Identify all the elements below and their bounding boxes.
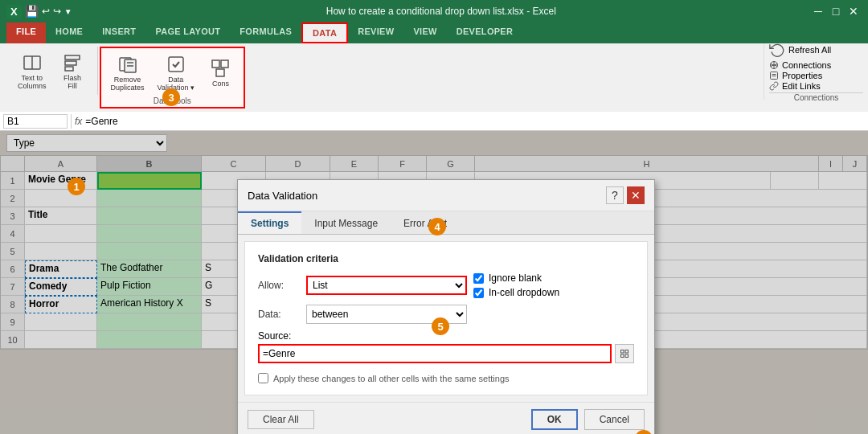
- excel-icon: X: [6, 5, 22, 18]
- badge-5: 5: [432, 317, 449, 335]
- in-cell-dropdown-checkbox[interactable]: [473, 288, 484, 298]
- ribbon-content: Text toColumns FlashFill RemoveDuplicate…: [0, 43, 868, 112]
- tab-home[interactable]: HOME: [46, 23, 92, 43]
- formula-input[interactable]: [85, 116, 865, 127]
- dialog-help-btn[interactable]: ?: [606, 186, 624, 204]
- in-cell-dropdown-row: In-cell dropdown: [473, 287, 559, 298]
- connections-items: Connections Properties Edit Links: [769, 60, 863, 91]
- edit-links-label: Edit Links: [782, 81, 821, 91]
- tab-error-alert[interactable]: Error Alert: [391, 211, 460, 234]
- tab-view[interactable]: VIEW: [403, 23, 446, 43]
- ribbon-tab-bar: FILE HOME INSERT PAGE LAYOUT FORMULAS DA…: [0, 23, 868, 43]
- connections-item[interactable]: Connections: [769, 60, 863, 70]
- quick-access-undo[interactable]: ↩: [42, 6, 50, 17]
- svg-rect-9: [169, 57, 183, 72]
- footer-left: Clear All: [248, 410, 314, 429]
- svg-rect-18: [621, 350, 624, 354]
- connections-group: Refresh All Connections Properties Edit …: [764, 43, 868, 100]
- formula-divider: [71, 114, 72, 129]
- allow-select[interactable]: List: [306, 276, 467, 295]
- name-box[interactable]: [3, 114, 68, 129]
- badge-1: 1: [68, 178, 85, 195]
- remove-duplicates-btn[interactable]: RemoveDuplicates: [106, 50, 149, 95]
- svg-rect-20: [621, 354, 624, 358]
- group-data-get: Text toColumns FlashFill: [6, 47, 98, 95]
- tab-review[interactable]: REVIEW: [348, 23, 403, 43]
- dialog-tabs: Settings Input Message Error Alert: [238, 211, 654, 235]
- close-btn[interactable]: ✕: [845, 3, 862, 19]
- svg-rect-11: [221, 60, 228, 68]
- consolidate-btn[interactable]: Cons: [203, 54, 239, 91]
- edit-links-item[interactable]: Edit Links: [769, 81, 863, 91]
- formula-bar: fx: [0, 112, 868, 131]
- minimize-btn[interactable]: ─: [810, 3, 826, 19]
- dialog-controls: ? ✕: [606, 186, 645, 204]
- connections-icon: [769, 60, 779, 70]
- data-validation-dialog: Data Validation ? ✕ Settings Input Messa…: [237, 179, 655, 434]
- group-items: Text toColumns FlashFill: [13, 48, 91, 93]
- source-field: [258, 344, 634, 363]
- flash-fill-icon: [59, 51, 85, 74]
- badge-3: 3: [162, 88, 180, 106]
- grid-select-icon: [620, 349, 629, 358]
- quick-access-redo[interactable]: ↪: [53, 6, 61, 17]
- apply-label: Apply these changes to all other cells w…: [273, 374, 510, 383]
- cancel-button[interactable]: Cancel: [584, 409, 645, 430]
- checkboxes-group: Ignore blank In-cell dropdown: [473, 272, 559, 298]
- text-to-columns-icon: [19, 51, 45, 74]
- connections-label: Connections: [782, 60, 831, 70]
- allow-label: Allow:: [258, 280, 306, 291]
- data-label: Data:: [258, 309, 306, 320]
- remove-duplicates-label: RemoveDuplicates: [111, 76, 145, 92]
- clear-all-button[interactable]: Clear All: [248, 410, 314, 429]
- dialog-titlebar: Data Validation ? ✕: [238, 180, 654, 211]
- quick-access-more[interactable]: ▼: [64, 7, 72, 16]
- fx-label: fx: [75, 116, 82, 127]
- text-to-columns-btn[interactable]: Text toColumns: [13, 48, 51, 93]
- spreadsheet-area: Type A B C D E F G H I J 1 Movie Gen: [0, 131, 868, 434]
- refresh-all-label: Refresh All: [788, 45, 831, 55]
- dialog-close-btn[interactable]: ✕: [627, 186, 645, 204]
- source-select-btn[interactable]: [615, 344, 634, 363]
- excel-window: X 💾 ↩ ↪ ▼ How to create a conditional dr…: [0, 0, 868, 434]
- refresh-all-btn[interactable]: Refresh All: [769, 42, 863, 58]
- ignore-blank-row: Ignore blank: [473, 272, 559, 284]
- allow-field-group: List Ignore blank In-cell dropdown: [306, 272, 634, 298]
- properties-item[interactable]: Properties: [769, 71, 863, 80]
- dialog-title: Data Validation: [248, 190, 317, 202]
- data-validation-icon: [163, 53, 189, 76]
- title-bar: X 💾 ↩ ↪ ▼ How to create a conditional dr…: [0, 0, 868, 23]
- in-cell-dropdown-label: In-cell dropdown: [489, 287, 559, 298]
- tab-formulas[interactable]: FORMULAS: [230, 23, 301, 43]
- svg-rect-21: [625, 354, 628, 358]
- svg-rect-10: [212, 60, 219, 68]
- dialog-footer: Clear All OK Cancel: [238, 402, 654, 434]
- properties-label: Properties: [782, 71, 822, 80]
- svg-rect-2: [65, 55, 80, 59]
- svg-rect-12: [216, 69, 224, 76]
- connections-group-label: Connections: [769, 92, 863, 102]
- data-validation-btn[interactable]: DataValidation ▾: [153, 50, 199, 95]
- tab-settings[interactable]: Settings: [238, 211, 301, 234]
- source-input[interactable]: [258, 344, 612, 363]
- tab-developer[interactable]: DEVELOPER: [447, 23, 523, 43]
- ignore-blank-checkbox[interactable]: [473, 273, 484, 284]
- consolidate-label: Cons: [212, 80, 229, 88]
- apply-row: Apply these changes to all other cells w…: [258, 373, 634, 383]
- tab-insert[interactable]: INSERT: [92, 23, 145, 43]
- svg-rect-3: [65, 61, 76, 65]
- tab-page-layout[interactable]: PAGE LAYOUT: [145, 23, 230, 43]
- tab-file[interactable]: FILE: [6, 23, 46, 43]
- remove-duplicates-icon: [115, 53, 141, 76]
- ok-button[interactable]: OK: [531, 409, 578, 430]
- source-row: Source:: [258, 330, 634, 363]
- quick-access-save[interactable]: 💾: [25, 5, 39, 18]
- tab-data[interactable]: DATA: [301, 23, 348, 43]
- flash-fill-label: FlashFill: [63, 74, 81, 90]
- ignore-blank-label: Ignore blank: [489, 272, 542, 284]
- maximize-btn[interactable]: □: [828, 3, 844, 19]
- flash-fill-btn[interactable]: FlashFill: [55, 48, 91, 93]
- tab-input-message[interactable]: Input Message: [301, 211, 391, 234]
- validation-criteria-label: Validation criteria: [258, 253, 634, 264]
- apply-checkbox[interactable]: [258, 373, 268, 383]
